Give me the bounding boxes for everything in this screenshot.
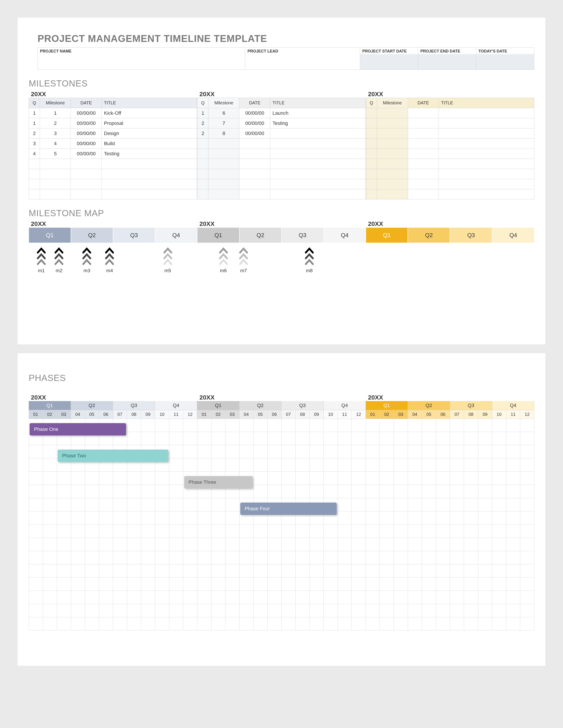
grid-cell[interactable] xyxy=(492,525,506,538)
table-cell[interactable] xyxy=(408,128,439,139)
grid-cell[interactable] xyxy=(380,432,394,445)
grid-cell[interactable] xyxy=(29,551,43,564)
grid-cell[interactable] xyxy=(197,525,211,538)
grid-cell[interactable] xyxy=(296,445,310,458)
grid-cell[interactable] xyxy=(408,485,422,498)
table-cell[interactable] xyxy=(270,169,366,179)
grid-cell[interactable] xyxy=(253,432,267,445)
grid-cell[interactable] xyxy=(324,419,338,432)
grid-cell[interactable] xyxy=(282,564,296,578)
grid-cell[interactable] xyxy=(155,551,169,564)
grid-cell[interactable] xyxy=(436,525,450,538)
grid-cell[interactable] xyxy=(450,419,464,432)
grid-cell[interactable] xyxy=(197,538,211,551)
grid-cell[interactable] xyxy=(366,445,380,458)
grid-cell[interactable] xyxy=(71,551,85,564)
table-cell[interactable] xyxy=(102,159,197,169)
grid-cell[interactable] xyxy=(380,485,394,498)
project-end-field[interactable]: PROJECT END DATE xyxy=(418,48,476,69)
table-row[interactable] xyxy=(29,159,197,169)
grid-cell[interactable] xyxy=(492,551,506,564)
table-cell[interactable] xyxy=(197,179,208,189)
grid-cell[interactable] xyxy=(436,617,450,630)
grid-cell[interactable] xyxy=(43,458,57,472)
grid-cell[interactable] xyxy=(310,432,324,445)
grid-cell[interactable] xyxy=(169,617,183,630)
grid-cell[interactable] xyxy=(450,538,464,551)
grid-cell[interactable] xyxy=(85,472,99,485)
grid-cell[interactable] xyxy=(282,432,296,445)
grid-cell[interactable] xyxy=(492,591,506,604)
grid-cell[interactable] xyxy=(464,445,478,458)
grid-cell[interactable] xyxy=(85,511,99,525)
grid-cell[interactable] xyxy=(99,525,113,538)
grid-cell[interactable] xyxy=(225,591,239,604)
grid-cell[interactable] xyxy=(520,485,534,498)
table-cell[interactable] xyxy=(270,179,366,189)
grid-cell[interactable] xyxy=(211,617,226,630)
grid-cell[interactable] xyxy=(239,564,254,578)
grid-cell[interactable] xyxy=(436,511,450,525)
grid-cell[interactable] xyxy=(43,472,57,485)
grid-cell[interactable] xyxy=(408,419,422,432)
grid-cell[interactable] xyxy=(239,538,254,551)
grid-cell[interactable] xyxy=(211,419,226,432)
grid-cell[interactable] xyxy=(127,472,141,485)
table-cell[interactable] xyxy=(408,118,439,128)
table-cell[interactable] xyxy=(239,189,270,199)
table-cell[interactable] xyxy=(239,139,270,149)
grid-cell[interactable] xyxy=(492,445,506,458)
grid-cell[interactable] xyxy=(464,458,478,472)
grid-cell[interactable] xyxy=(85,551,99,564)
table-cell[interactable] xyxy=(366,139,377,149)
grid-cell[interactable] xyxy=(366,458,380,472)
table-cell[interactable]: 3 xyxy=(40,128,71,139)
grid-cell[interactable] xyxy=(296,591,310,604)
grid-cell[interactable] xyxy=(169,511,183,525)
table-cell[interactable]: 00/00/00 xyxy=(71,118,102,128)
table-cell[interactable]: 4 xyxy=(29,149,40,159)
grid-cell[interactable] xyxy=(520,617,534,630)
grid-cell[interactable] xyxy=(366,432,380,445)
grid-cell[interactable] xyxy=(183,419,197,432)
grid-cell[interactable] xyxy=(155,617,169,630)
table-row[interactable] xyxy=(366,189,534,199)
grid-cell[interactable] xyxy=(506,498,520,511)
grid-cell[interactable] xyxy=(239,591,254,604)
grid-cell[interactable] xyxy=(324,564,338,578)
table-row[interactable] xyxy=(197,139,366,149)
grid-cell[interactable] xyxy=(85,617,99,630)
grid-cell[interactable] xyxy=(29,538,43,551)
table-cell[interactable] xyxy=(270,189,366,199)
grid-cell[interactable] xyxy=(310,472,324,485)
table-cell[interactable]: 00/00/00 xyxy=(71,139,102,149)
grid-cell[interactable] xyxy=(478,578,492,591)
table-cell[interactable]: 2 xyxy=(197,118,208,128)
table-cell[interactable]: Testing xyxy=(102,149,197,159)
grid-cell[interactable] xyxy=(324,525,338,538)
table-row[interactable]: 2800/00/00 xyxy=(197,128,366,139)
table-cell[interactable] xyxy=(40,159,71,169)
grid-cell[interactable] xyxy=(43,604,57,617)
grid-cell[interactable] xyxy=(239,617,254,630)
table-cell[interactable]: Proposal xyxy=(102,118,197,128)
table-cell[interactable] xyxy=(197,159,208,169)
grid-cell[interactable] xyxy=(366,617,380,630)
grid-cell[interactable] xyxy=(225,511,239,525)
grid-cell[interactable] xyxy=(211,591,226,604)
grid-cell[interactable] xyxy=(99,591,113,604)
grid-cell[interactable] xyxy=(380,498,394,511)
grid-cell[interactable] xyxy=(380,591,394,604)
table-row[interactable]: 1600/00/00Launch xyxy=(197,108,366,118)
grid-cell[interactable] xyxy=(478,564,492,578)
grid-cell[interactable] xyxy=(450,432,464,445)
grid-cell[interactable] xyxy=(352,498,366,511)
grid-cell[interactable] xyxy=(267,591,282,604)
grid-cell[interactable] xyxy=(127,525,141,538)
grid-cell[interactable] xyxy=(310,591,324,604)
grid-cell[interactable] xyxy=(211,604,226,617)
grid-cell[interactable] xyxy=(352,604,366,617)
grid-cell[interactable] xyxy=(478,472,492,485)
grid-cell[interactable] xyxy=(141,511,155,525)
grid-cell[interactable] xyxy=(408,591,422,604)
